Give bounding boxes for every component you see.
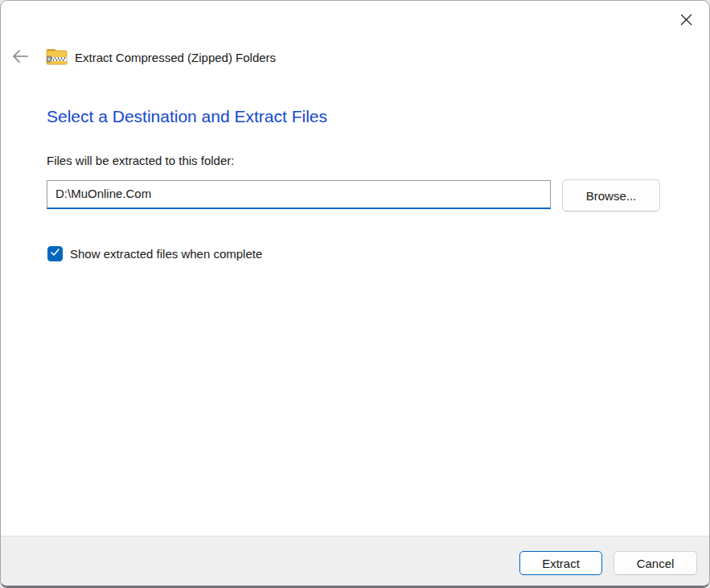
show-files-checkbox-row[interactable]: Show extracted files when complete — [47, 245, 262, 262]
extract-button[interactable]: Extract — [519, 551, 602, 575]
dialog-title: Extract Compressed (Zipped) Folders — [75, 45, 276, 69]
destination-label: Files will be extracted to this folder: — [47, 154, 234, 167]
footer: Extract Cancel — [1, 536, 709, 586]
back-arrow-icon — [11, 47, 29, 68]
close-button[interactable] — [672, 7, 700, 31]
checkbox-label: Show extracted files when complete — [70, 247, 262, 261]
browse-button[interactable]: Browse... — [562, 179, 660, 212]
back-button[interactable] — [10, 47, 30, 67]
checkmark-icon — [50, 246, 60, 261]
header: Extract Compressed (Zipped) Folders — [1, 45, 709, 69]
cancel-button[interactable]: Cancel — [614, 551, 697, 575]
zipped-folder-icon — [46, 46, 68, 68]
destination-input[interactable] — [47, 180, 551, 209]
show-files-checkbox[interactable] — [47, 246, 63, 261]
page-heading: Select a Destination and Extract Files — [47, 107, 327, 126]
close-icon — [680, 14, 692, 26]
extract-dialog-window: Extract Compressed (Zipped) Folders Sele… — [0, 0, 710, 588]
